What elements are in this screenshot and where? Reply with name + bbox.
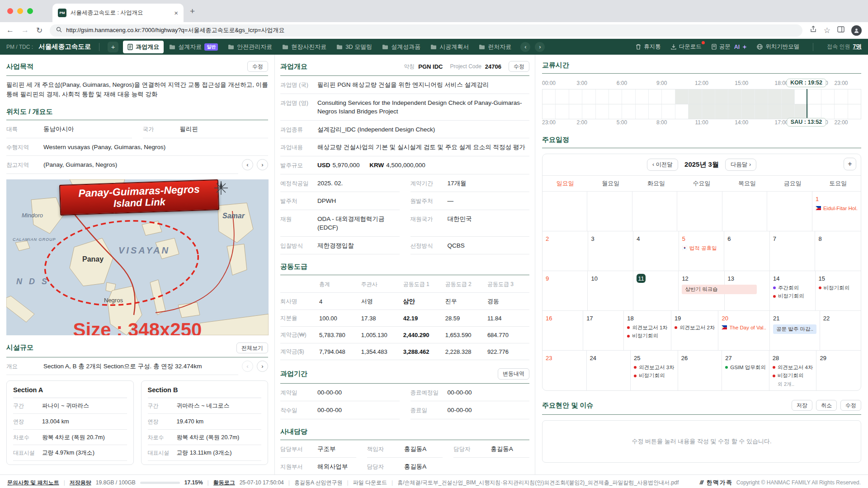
- facility-viewall-button[interactable]: 전체보기: [236, 343, 268, 353]
- calendar-day-cell[interactable]: 12상반기 워크숍: [679, 271, 724, 311]
- purpose-edit-button[interactable]: 수정: [247, 61, 268, 72]
- calendar-day-cell[interactable]: 29: [816, 351, 861, 390]
- calendar-day-cell[interactable]: 10: [588, 271, 633, 311]
- nav-tab-design-docs[interactable]: 설계자료 일반: [165, 41, 222, 53]
- calendar-day-cell[interactable]: 1Eidul-Fitar Hol.: [812, 192, 861, 231]
- reload-icon[interactable]: ↻: [36, 26, 42, 35]
- calendar-day-cell[interactable]: 11: [633, 271, 679, 311]
- period-history-button[interactable]: 변동내역: [498, 368, 529, 379]
- tabs-scroll-left-button[interactable]: ‹: [520, 42, 530, 52]
- calendar-day-cell[interactable]: 18의견보고서 1차비정기회의: [624, 311, 671, 351]
- calendar-event[interactable]: 비정기회의: [627, 333, 668, 339]
- calendar-day-cell[interactable]: [587, 192, 632, 231]
- add-project-button[interactable]: +: [108, 42, 118, 52]
- calendar-day-cell[interactable]: 15비정기회의: [816, 271, 861, 311]
- tab-close-icon[interactable]: ×: [174, 9, 178, 17]
- calendar-day-cell[interactable]: 2: [542, 231, 588, 271]
- calendar-event[interactable]: 의견보고서 4차: [773, 364, 813, 371]
- calendar-day-cell[interactable]: 23: [542, 351, 587, 390]
- trash-button[interactable]: 휴지통: [636, 43, 661, 51]
- nav-tab-site-photos[interactable]: 현장사진자료: [278, 41, 331, 53]
- calendar-day-cell[interactable]: 17: [583, 311, 624, 351]
- more-events-label[interactable]: 외 2개..: [773, 381, 813, 388]
- issues-editor[interactable]: 수정 버튼을 눌러 내용을 작성 및 수정 할 수 있습니다.: [542, 420, 861, 463]
- event-bar[interactable]: 공문 발주 마감..: [773, 324, 816, 334]
- calendar-day-cell[interactable]: 9: [542, 271, 588, 311]
- calendar-event[interactable]: 의견보고서 3차: [634, 364, 675, 371]
- close-window-icon[interactable]: [7, 8, 13, 14]
- calendar-event[interactable]: 비정기회의: [634, 372, 675, 379]
- issues-cancel-button[interactable]: 취소: [816, 400, 837, 411]
- online-users[interactable]: 접속 인원 7명: [827, 43, 862, 51]
- event-bar[interactable]: 상반기 워크숍: [682, 285, 757, 294]
- minimize-window-icon[interactable]: [17, 8, 23, 14]
- patch-notes-link[interactable]: 문의사항 및 패치노트: [7, 479, 59, 487]
- section-prev-button[interactable]: ‹: [242, 361, 253, 372]
- nav-tab-deliverables[interactable]: 설계성과품: [377, 41, 425, 53]
- calendar-day-cell[interactable]: 8: [815, 231, 861, 271]
- nav-tab-launcher[interactable]: 런처자료: [474, 41, 516, 53]
- calendar-event[interactable]: 비정기회의: [819, 285, 858, 291]
- calendar-day-cell[interactable]: 16: [542, 311, 583, 351]
- calendar-add-event-button[interactable]: +: [844, 158, 856, 170]
- issues-save-button[interactable]: 저장: [792, 400, 812, 411]
- calendar-day-cell[interactable]: [677, 192, 722, 231]
- issues-edit-button[interactable]: 수정: [840, 400, 861, 411]
- calendar-day-cell[interactable]: 4: [633, 231, 679, 271]
- geo-model-button[interactable]: 위치기반모델: [757, 43, 799, 51]
- download-button[interactable]: 다운로드: [671, 43, 702, 51]
- back-icon[interactable]: ←: [6, 26, 14, 35]
- nav-tab-overview[interactable]: 과업개요: [123, 41, 164, 53]
- window-controls[interactable]: [7, 8, 33, 14]
- location-map[interactable]: Mindoro CALAMIAN GROUP Samar Panay VISAY…: [6, 179, 269, 335]
- nav-tab-safety[interactable]: 안전관리자료: [223, 41, 277, 53]
- calendar-event[interactable]: GSIM 업무회의: [725, 364, 766, 371]
- profile-avatar[interactable]: [851, 25, 862, 36]
- calendar-day-cell[interactable]: 27GSIM 업무회의: [722, 351, 769, 390]
- task-edit-button[interactable]: 수정: [509, 61, 529, 72]
- calendar-day-cell[interactable]: 28의견보고서 4차비정기회의외 2개..: [769, 351, 817, 390]
- calendar-event[interactable]: 비정기회의: [773, 293, 811, 299]
- calendar-day-cell[interactable]: 14주간회의비정기회의: [770, 271, 815, 311]
- calendar-day-cell[interactable]: 3: [588, 231, 634, 271]
- calendar-day-cell[interactable]: [632, 192, 678, 231]
- holiday-event[interactable]: 법적 공휴일: [682, 245, 721, 251]
- calendar-day-cell[interactable]: 5법적 공휴일: [679, 231, 725, 271]
- address-bar[interactable]: http://gsim.hanmaceng.co.kr:7000/highway…: [50, 24, 802, 37]
- nav-tab-3d-model[interactable]: 3D 모델링: [332, 41, 377, 53]
- calendar-day-cell[interactable]: 20The Day of Val..: [718, 311, 770, 351]
- calendar-next-month-button[interactable]: 다음달 ›: [725, 159, 756, 171]
- new-tab-button[interactable]: +: [190, 6, 195, 16]
- calendar-day-cell[interactable]: [767, 192, 812, 231]
- calendar-event[interactable]: 주간회의: [773, 285, 811, 291]
- calendar-day-cell[interactable]: 19의견보고서 2차: [671, 311, 719, 351]
- section-next-button[interactable]: ›: [257, 361, 268, 372]
- calendar-day-cell[interactable]: 25의견보고서 3차비정기회의: [631, 351, 678, 390]
- holiday-event[interactable]: The Day of Val..: [722, 324, 766, 331]
- holiday-event[interactable]: Eidul-Fitar Hol.: [816, 205, 858, 211]
- calendar-day-cell[interactable]: [722, 192, 767, 231]
- forward-icon[interactable]: →: [21, 26, 29, 35]
- calendar-day-cell[interactable]: 24: [587, 351, 631, 390]
- share-icon[interactable]: [810, 26, 817, 35]
- calendar-event[interactable]: 비정기회의: [773, 372, 813, 379]
- bookmark-star-icon[interactable]: ☆: [824, 26, 830, 35]
- browser-tab[interactable]: PM 서울세종고속도로 : 사업개요 ×: [52, 4, 184, 22]
- activity-log-link[interactable]: 활동로그: [213, 479, 235, 487]
- calendar-event[interactable]: 의견보고서 1차: [627, 324, 668, 331]
- calendar-day-cell[interactable]: [542, 192, 587, 231]
- calendar-event[interactable]: 의견보고서 2차: [675, 324, 715, 331]
- maximize-window-icon[interactable]: [27, 8, 33, 14]
- panels-icon[interactable]: [837, 26, 844, 35]
- map-prev-button[interactable]: ‹: [242, 159, 253, 170]
- calendar-day-cell[interactable]: 22: [820, 311, 861, 351]
- calendar-day-cell[interactable]: 7: [770, 231, 816, 271]
- calendar-day-cell[interactable]: 6: [724, 231, 770, 271]
- map-next-button[interactable]: ›: [257, 159, 268, 170]
- nav-tab-construction-plan[interactable]: 시공계획서: [426, 41, 473, 53]
- calendar-day-cell[interactable]: 26: [678, 351, 722, 390]
- official-doc-ai-button[interactable]: 공문 AI: [712, 43, 747, 51]
- file-download-label[interactable]: 파일 다운로드: [353, 479, 387, 487]
- calendar-prev-month-button[interactable]: ‹ 이전달: [647, 159, 678, 171]
- download-file-path[interactable]: 홈/손체결/국토부_건설산업_BIM_시행지침·유지관리지침(안)의견조회/(붙…: [397, 479, 679, 487]
